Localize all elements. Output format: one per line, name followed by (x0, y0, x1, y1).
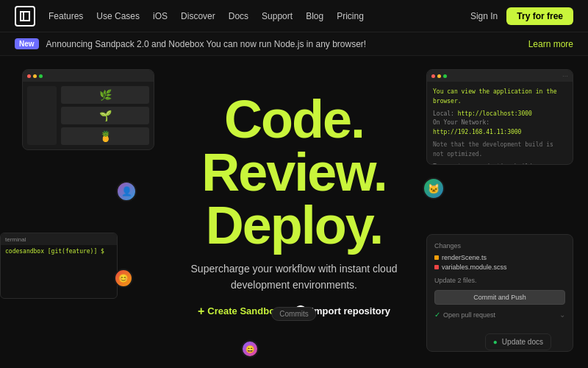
headline-code: Code. (162, 93, 426, 146)
design-main: 🌿 🌱 🍍 (61, 86, 149, 145)
terminal-label: terminal (5, 236, 26, 243)
logo[interactable] (15, 6, 35, 26)
nav-features[interactable]: Features (49, 11, 83, 21)
design-item-2: 🌱 (61, 107, 149, 124)
update-docs-item: ● Update docs (485, 333, 551, 350)
avatar-bottom-center: 😄 (241, 340, 259, 358)
nav-ios[interactable]: iOS (153, 11, 168, 21)
avatar-bottom-left: 😊 (114, 269, 133, 288)
nav-use-cases[interactable]: Use Cases (96, 11, 140, 21)
server-window-titlebar: ⋯ (427, 70, 573, 82)
headline-review: Review. (162, 146, 426, 199)
hero-subtext: Supercharge your workflow with instant c… (162, 261, 426, 294)
plant-icon-2: 🌱 (99, 110, 112, 121)
server-log: You can view the application in the brow… (427, 82, 573, 165)
git-changes-title: Changes (434, 242, 565, 250)
announcement-bar: New Announcing Sandpack 2.0 and Nodebox … (0, 32, 588, 56)
minimize-dot (33, 74, 37, 78)
server-window-controls: ⋯ (562, 73, 568, 79)
minimize-dot (437, 74, 441, 78)
plant-icon-3: 🍍 (99, 130, 112, 142)
server-log-title: You can view the application in the brow… (433, 88, 567, 107)
pr-icon: ✓ (434, 311, 440, 319)
update-docs-icon: ● (493, 338, 498, 346)
design-item-3: 🍍 (61, 127, 149, 145)
server-window: ⋯ You can view the application in the br… (426, 69, 573, 165)
git-panel-content: Changes renderScene.ts variables.module.… (427, 235, 573, 326)
maximize-dot (443, 74, 447, 78)
terminal-prompt: codesandbox [git(feature)] $ (5, 248, 112, 255)
announcement-text: Announcing Sandpack 2.0 and Nodebox You … (46, 39, 528, 49)
git-commit-message: Update 2 files. (434, 277, 565, 284)
nav-support[interactable]: Support (262, 11, 293, 21)
pr-chevron-icon: ⌄ (559, 311, 565, 319)
file-status-dot-2 (434, 265, 439, 269)
commits-badge: Commits (271, 307, 316, 321)
headline-deploy: Deploy. (162, 199, 426, 252)
commit-push-button[interactable]: Commit and Push (434, 290, 565, 305)
terminal-prompt-symbol: codesandbox [git(feature)] $ (5, 248, 104, 255)
create-sandbox-label: Create Sandbox (207, 305, 280, 316)
hero-section: 🌿 🌱 🍍 👤 ⋯ You can view the application i… (0, 56, 588, 365)
close-dot (431, 74, 435, 78)
sign-in-link[interactable]: Sign In (470, 11, 498, 21)
server-network: On Your Network: http://192.168.41.11:30… (433, 118, 567, 138)
learn-more-link[interactable]: Learn more (528, 39, 573, 49)
design-sidebar (27, 86, 57, 145)
logo-icon (20, 11, 30, 21)
hero-text-block: Code. Review. Deploy. Supercharge your w… (162, 93, 426, 317)
nav-links: Features Use Cases iOS Discover Docs Sup… (49, 11, 470, 21)
window-titlebar (23, 70, 154, 82)
plus-icon: + (198, 305, 204, 317)
new-badge: New (15, 38, 39, 49)
nav-docs[interactable]: Docs (229, 11, 248, 21)
nav-pricing[interactable]: Pricing (337, 11, 364, 21)
git-filename-2: variables.module.scss (442, 263, 507, 271)
svg-rect-0 (21, 12, 29, 21)
server-note-2: To create a production build, use npm ru… (433, 163, 567, 165)
file-status-dot-1 (434, 255, 439, 260)
pr-text: Open pull request (443, 311, 556, 319)
hero-headline: Code. Review. Deploy. (162, 93, 426, 252)
nav-discover[interactable]: Discover (181, 11, 215, 21)
server-local: Local: http://localhost:3000 (433, 110, 567, 119)
plant-icon-1: 🌿 (99, 89, 112, 101)
nav-blog[interactable]: Blog (306, 11, 323, 21)
update-docs-label: Update docs (502, 338, 543, 346)
maximize-dot (39, 74, 43, 78)
avatar-top-left: 👤 (116, 181, 137, 202)
terminal-bar: terminal (1, 233, 117, 245)
import-repository-label: Import repository (311, 305, 390, 316)
terminal-body: codesandbox [git(feature)] $ (1, 245, 117, 258)
try-free-button[interactable]: Try for free (506, 7, 573, 25)
navigation: Features Use Cases iOS Discover Docs Sup… (0, 0, 588, 32)
close-dot (27, 74, 31, 78)
design-window-content: 🌿 🌱 🍍 (23, 82, 154, 149)
git-file-2: variables.module.scss (434, 263, 565, 271)
nav-right: Sign In Try for free (470, 7, 573, 25)
git-filename-1: renderScene.ts (442, 254, 487, 261)
terminal-window: terminal codesandbox [git(feature)] $ (0, 233, 118, 299)
pr-row: ✓ Open pull request ⌄ (434, 311, 565, 319)
design-item-1: 🌿 (61, 86, 149, 104)
git-file-1: renderScene.ts (434, 254, 565, 261)
design-window: 🌿 🌱 🍍 (22, 69, 154, 150)
create-sandbox-button[interactable]: + Create Sandbox (198, 305, 280, 317)
server-note-1: Note that the development build is not o… (433, 141, 567, 160)
